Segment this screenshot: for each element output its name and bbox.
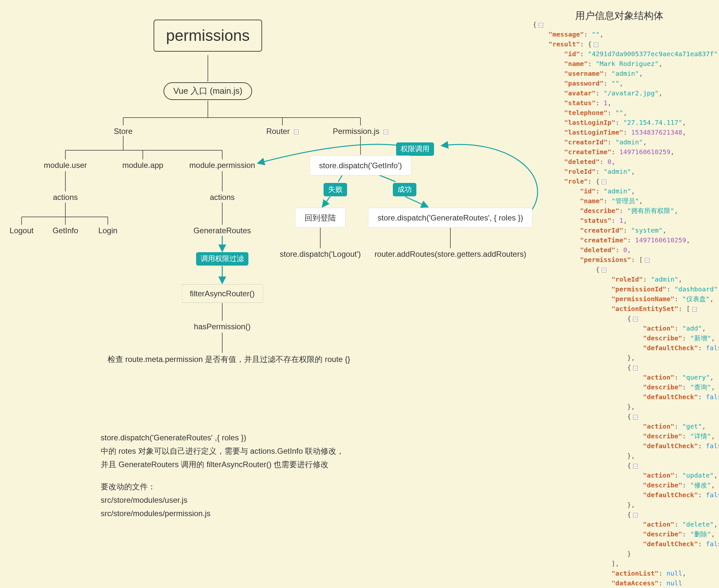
note-line-4: 要改动的文件： xyxy=(101,480,344,493)
actions-label: actions xyxy=(210,193,235,202)
router-node: Router xyxy=(266,126,299,136)
note-line-2: 中的 rotes 对象可以自己进行定义，需要与 actions.GetInfo … xyxy=(101,445,344,458)
collapse-icon[interactable] xyxy=(633,366,638,371)
add-routes-label: router.addRoutes(store.getters.addRouter… xyxy=(374,250,526,258)
diagram-canvas: permissions Vue 入口 (main.js) Store Route… xyxy=(0,0,719,588)
module-app-node: module.app xyxy=(122,160,163,170)
collapse-icon[interactable] xyxy=(633,317,638,321)
note-line-1: store.dispatch('GenerateRoutes' ,{ roles… xyxy=(101,431,344,445)
spacer xyxy=(101,471,344,480)
vue-entry-node: Vue 入口 (main.js) xyxy=(163,82,252,100)
dispatch-gr-label: store.dispatch('GenerateRoutes', { roles… xyxy=(377,213,523,222)
json-structure: { "message": "", "result": { "id": "4291… xyxy=(533,20,719,588)
svg-line-29 xyxy=(405,197,428,207)
collapse-icon[interactable] xyxy=(602,180,606,184)
check-route-node: 检查 route.meta.permission 是否有值，并且过滤不存在权限的… xyxy=(107,354,350,364)
actions-user-node: actions xyxy=(53,192,78,202)
login-node: Login xyxy=(98,225,118,235)
call-filter-tag: 调用权限过滤 xyxy=(196,252,248,266)
success-label: 成功 xyxy=(397,185,412,193)
login-label: Login xyxy=(98,226,118,235)
getinfo-node: GetInfo xyxy=(53,225,78,235)
module-user-node: module.user xyxy=(44,160,87,170)
collapse-icon[interactable] xyxy=(633,464,638,468)
has-permission-node: hasPermission() xyxy=(194,321,250,332)
module-permission-label: module.permission xyxy=(189,161,255,170)
call-filter-label: 调用权限过滤 xyxy=(201,254,244,262)
fail-label: 失败 xyxy=(328,185,343,193)
generate-routes-node: GenerateRoutes xyxy=(193,225,251,235)
filter-async-router-label: filterAsyncRouter() xyxy=(190,289,255,298)
store-node: Store xyxy=(114,126,132,136)
getinfo-label: GetInfo xyxy=(53,226,78,235)
add-routes-node: router.addRoutes(store.getters.addRouter… xyxy=(374,249,526,259)
logout-node: Logout xyxy=(9,225,33,235)
dispatch-getinfo-label: store.dispatch('GetInfo') xyxy=(319,161,402,170)
has-permission-label: hasPermission() xyxy=(194,322,250,331)
filter-async-router-node: filterAsyncRouter() xyxy=(182,284,263,303)
note-line-5: src/store/modules/user.js xyxy=(101,493,344,507)
perm-call-tag: 权限调用 xyxy=(396,142,434,156)
collapse-icon[interactable] xyxy=(633,415,638,419)
collapse-icon[interactable] xyxy=(539,23,543,27)
note-line-6: src/store/modules/permission.js xyxy=(101,507,344,520)
router-label: Router xyxy=(266,127,290,135)
svg-line-28 xyxy=(322,197,330,207)
root-label: permissions xyxy=(166,27,250,44)
module-permission-node: module.permission xyxy=(189,160,255,170)
permissionjs-node: Permission.js xyxy=(333,126,388,136)
dispatch-getinfo-node: store.dispatch('GetInfo') xyxy=(309,155,411,175)
logout-label: Logout xyxy=(9,226,33,235)
actions-label: actions xyxy=(53,193,78,202)
vue-entry-label: Vue 入口 (main.js) xyxy=(173,86,242,96)
back-login-label: 回到登陆 xyxy=(305,213,336,222)
collapse-icon[interactable] xyxy=(594,42,598,47)
fail-tag: 失败 xyxy=(324,183,347,196)
check-route-label: 检查 route.meta.permission 是否有值，并且过滤不存在权限的… xyxy=(107,355,350,363)
notes-block: store.dispatch('GenerateRoutes' ,{ roles… xyxy=(101,431,344,520)
collapse-icon[interactable] xyxy=(294,130,299,134)
back-login-node: 回到登陆 xyxy=(295,208,346,228)
perm-call-label: 权限调用 xyxy=(401,145,429,153)
root-node: permissions xyxy=(153,20,262,51)
module-user-label: module.user xyxy=(44,161,87,170)
dispatch-logout-label: store.dispatch('Logout') xyxy=(280,250,361,258)
store-label: Store xyxy=(114,127,132,135)
actions-permission-node: actions xyxy=(210,192,235,202)
generate-routes-label: GenerateRoutes xyxy=(193,226,251,235)
dispatch-logout-node: store.dispatch('Logout') xyxy=(280,249,361,259)
collapse-icon[interactable] xyxy=(692,307,697,312)
dispatch-generate-routes-node: store.dispatch('GenerateRoutes', { roles… xyxy=(368,208,532,228)
collapse-icon[interactable] xyxy=(633,513,638,518)
collapse-icon[interactable] xyxy=(645,258,650,262)
note-line-3: 并且 GenerateRouters 调用的 filterAsyncRouter… xyxy=(101,458,344,471)
collapse-icon[interactable] xyxy=(384,130,388,134)
success-tag: 成功 xyxy=(393,183,416,196)
module-app-label: module.app xyxy=(122,161,163,170)
permissionjs-label: Permission.js xyxy=(333,127,379,135)
collapse-icon[interactable] xyxy=(602,268,606,272)
